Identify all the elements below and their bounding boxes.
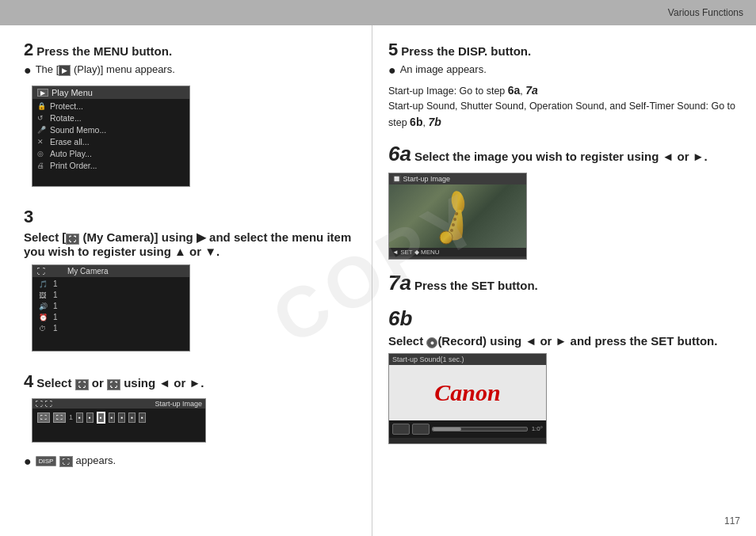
disp-icon: DISP	[36, 456, 57, 467]
play-icon: ▶	[37, 89, 48, 97]
step-2-header: 2 Press the MENU button.	[24, 40, 357, 60]
camera-item-5: ⏱ 1	[39, 323, 183, 334]
my-camera-items: 🎵 1 🖼 1 🔊 1 ⏰ 1	[32, 277, 189, 336]
step-6b-num: 6b	[388, 306, 412, 331]
play-menu-screenshot: ▶ Play Menu 🔒 Protect... ↺ Rotate... 🎤 S…	[32, 86, 190, 187]
step-3-header: 3 Select [⛶ (My Camera)] using ▶ and sel…	[24, 207, 357, 258]
step-6b-title: Select ●(Record) using ◄ or ► and press …	[388, 334, 717, 348]
svg-point-3	[453, 218, 456, 221]
step-7a-block: 7a Press the SET button.	[388, 271, 742, 295]
step-2-num: 2	[24, 40, 33, 60]
step-5-block: 5 Press the DISP. button. ● An image app…	[388, 40, 742, 131]
step-6a-header: 6a Select the image you wish to register…	[388, 142, 742, 166]
step-5-header: 5 Press the DISP. button.	[388, 40, 742, 60]
bullet-dot: ●	[24, 63, 32, 79]
startup-thumb-e: ▪	[118, 412, 125, 423]
step-2-block: 2 Press the MENU button. ● The [▶ (Play)…	[24, 40, 357, 196]
step-6b-block: 6b Select ●(Record) using ◄ or ► and pre…	[388, 306, 742, 444]
sound-memo-icon: 🎤	[37, 126, 47, 134]
step-5-num: 5	[388, 40, 398, 60]
cam-icon-2: 🖼	[39, 291, 48, 299]
play-menu-header: ▶ Play Menu	[32, 86, 189, 99]
startup-photo-footer: ◄ SET ◆ MENU	[389, 248, 526, 257]
step-6a-ref: 6a	[508, 84, 521, 97]
camera-icon-header: ⛶	[37, 267, 45, 276]
canon-progress-fill	[433, 428, 461, 431]
menu-item-erase-all: ✕ Erase all...	[37, 136, 185, 148]
step-3-num: 3	[24, 207, 33, 227]
svg-point-4	[452, 223, 455, 226]
my-camera-header: ⛶ My Camera	[32, 265, 189, 277]
cam-icon-3: 🔊	[39, 302, 48, 310]
step-6b-header: 6b Select ●(Record) using ◄ or ► and pre…	[388, 306, 742, 348]
step-7a-ref: 7a	[525, 84, 538, 97]
menu-item-auto-play: ◎ Auto Play...	[37, 148, 185, 160]
startup-img-header: ⛶ ⛶ Start-up Image	[32, 399, 205, 409]
canon-btn-2	[412, 424, 430, 435]
step-7b-ref: 7b	[428, 116, 441, 128]
startup-thumb-d: ▪	[109, 412, 116, 423]
step-4-header: 4 Select ⛶ or ⛶ using ◄ or ►.	[24, 371, 357, 392]
startup-thumb-b: ▪	[86, 412, 94, 423]
startup-thumb-a: ▪	[76, 412, 83, 423]
startup-thumb-c: ▪	[97, 412, 105, 424]
step-2-bullet-text: The [▶ (Play)] menu appears.	[36, 63, 175, 77]
cam-icon-4: ⏰	[39, 314, 48, 321]
step-6a-block: 6a Select the image you wish to register…	[388, 142, 742, 260]
my-camera-screenshot: ⛶ My Camera 🎵 1 🖼 1 🔊 1	[32, 264, 190, 352]
canon-btn-1	[392, 424, 410, 435]
bullet-dot-4: ●	[24, 454, 32, 470]
step-4-bullet-text: DISP ⛶ appears.	[36, 454, 116, 468]
step-6a-title: Select the image you wish to register us…	[414, 150, 708, 163]
left-column: 2 Press the MENU button. ● The [▶ (Play)…	[0, 25, 372, 536]
startup-img-header-label: 🔲 Start-up Image	[392, 175, 450, 183]
step-5-bullet: ● An image appears.	[388, 63, 742, 79]
protect-icon: 🔒	[37, 102, 47, 110]
svg-point-5	[450, 229, 453, 232]
main-content: 2 Press the MENU button. ● The [▶ (Play)…	[0, 25, 756, 536]
auto-play-icon: ◎	[37, 150, 47, 158]
startup-img-row: ⛶ ⛶ 1 ▪ ▪ ▪ ▪ ▪ ▪ ▪	[32, 409, 205, 427]
canon-time: 1:0°	[532, 425, 543, 432]
startup-photo-header: 🔲 Start-up Image	[389, 173, 526, 184]
step-5-title: Press the DISP. button.	[401, 44, 531, 58]
cam-icon-5: ⏱	[39, 325, 48, 333]
startup-photo-image	[389, 184, 526, 248]
canon-startup-screenshot: Start-up Sound(1 sec.) Canon 1:0°	[388, 353, 547, 444]
section-title: Various Functions	[668, 7, 743, 18]
menu-item-rotate: ↺ Rotate...	[37, 112, 185, 124]
my-camera-label: My Camera	[67, 267, 109, 276]
step-6a-num: 6a	[388, 142, 411, 166]
footer-controls: ◄ SET ◆ MENU	[392, 249, 440, 256]
step-2-title: Press the MENU button.	[36, 44, 172, 58]
play-menu-items: 🔒 Protect... ↺ Rotate... 🎤 Sound Memo...…	[32, 99, 189, 173]
cam-icon-1: 🎵	[39, 280, 48, 288]
step-3-title: Select [⛶ (My Camera)] using ▶ and selec…	[24, 230, 357, 258]
canon-header: Start-up Sound(1 sec.)	[389, 354, 546, 365]
canon-logo: Canon	[434, 379, 500, 406]
startup-photo-screenshot: 🔲 Start-up Image	[388, 173, 527, 260]
bullet-dot-5: ●	[388, 63, 396, 79]
canon-main: Canon	[389, 365, 546, 420]
step-4-title: Select ⛶ or ⛶ using ◄ or ►.	[36, 376, 204, 390]
startup-image-row-screenshot: ⛶ ⛶ Start-up Image ⛶ ⛶ 1 ▪ ▪ ▪ ▪ ▪ ▪ ▪	[32, 398, 206, 443]
camera-item-1: 🎵 1	[39, 279, 183, 290]
play-menu-title: Play Menu	[52, 88, 93, 97]
print-icon: 🖨	[37, 162, 47, 169]
step-5-bullet-text: An image appears.	[400, 63, 487, 77]
menu-item-print-order: 🖨 Print Order...	[37, 160, 185, 172]
step-4-num: 4	[24, 371, 33, 392]
startup-thumb-f: ▪	[128, 412, 136, 423]
step-2-bullet: ● The [▶ (Play)] menu appears.	[24, 63, 357, 79]
right-column: 5 Press the DISP. button. ● An image app…	[372, 25, 756, 536]
erase-icon: ✕	[37, 138, 47, 146]
svg-point-1	[440, 231, 452, 244]
menu-item-sound-memo: 🎤 Sound Memo...	[37, 124, 185, 136]
step-4-bullet: ● DISP ⛶ appears.	[24, 454, 357, 470]
rotate-icon: ↺	[37, 114, 47, 122]
startup-icon-1: ⛶	[37, 412, 50, 423]
canon-progress-bar	[432, 427, 528, 431]
step-7a-num: 7a	[388, 271, 411, 295]
menu-item-protect: 🔒 Protect...	[37, 101, 185, 112]
svg-point-2	[455, 212, 458, 215]
